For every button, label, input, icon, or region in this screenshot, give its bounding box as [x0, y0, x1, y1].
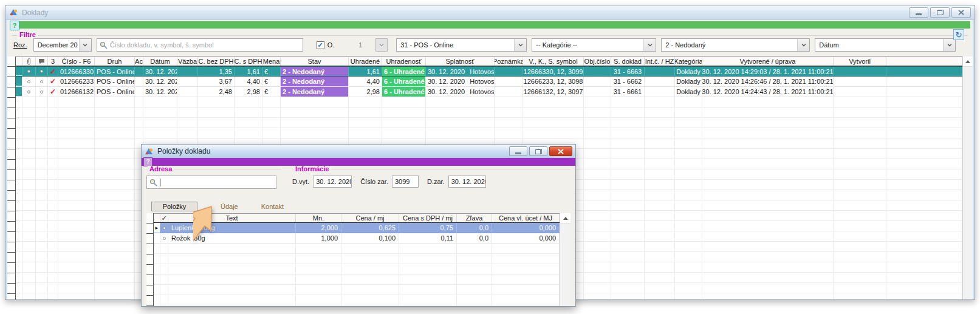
- scroll-up-button[interactable]: [963, 56, 973, 67]
- cell-int-c: [645, 87, 675, 97]
- cell-datum: 30. 12. 2020: [143, 77, 177, 86]
- close-button[interactable]: [951, 7, 971, 18]
- date-value: Dátum: [815, 41, 943, 49]
- cell-vazba: [177, 67, 198, 76]
- cell-s-doklad: 31 - 6661: [611, 87, 645, 97]
- header-cena-dph: Cena s DPH / mj: [399, 214, 457, 222]
- vertical-scrollbar[interactable]: [962, 56, 973, 299]
- header-c-bez-dph: C. bez DPH: [198, 57, 235, 66]
- table-row[interactable]: ✓ 012666330 POS - Online 30. 12. 2020 1,…: [16, 66, 962, 77]
- cell-mn: 1,000: [296, 233, 341, 243]
- header-check-icon: ✓: [160, 214, 168, 222]
- register-dropdown-button[interactable]: [514, 39, 526, 51]
- scroll-up-icon: [563, 217, 568, 220]
- cell-cislo: 012666233: [58, 77, 95, 86]
- attachment-cell: [22, 67, 36, 76]
- table-row[interactable]: ✓ 012666132 POS - Online 30. 12. 2020 2,…: [16, 87, 962, 97]
- count-field: 1: [350, 41, 371, 49]
- dialog-minimize-button[interactable]: [509, 146, 527, 156]
- date-combobox[interactable]: Dátum: [815, 38, 956, 52]
- search-input[interactable]: [110, 41, 300, 49]
- tab-kontakt[interactable]: Kontakt: [261, 203, 284, 210]
- cell-uhradene: 1,61: [349, 67, 382, 76]
- o-checkbox[interactable]: ✓: [317, 41, 324, 49]
- cell-cena: 0,100: [341, 233, 399, 243]
- chevron-down-icon: [648, 43, 653, 47]
- dialog-vertical-scrollbar[interactable]: [560, 213, 571, 306]
- adresa-group: Adresa: [146, 169, 281, 198]
- dialog-titlebar[interactable]: Položky dokladu: [142, 145, 575, 158]
- status-dropdown-button[interactable]: [797, 39, 809, 51]
- tab-polozky[interactable]: Položky: [151, 202, 197, 211]
- row-selector-gutter[interactable]: [7, 56, 16, 299]
- cell-druh: POS - Online: [95, 87, 135, 97]
- roz-link[interactable]: Roz.: [13, 41, 27, 49]
- header-druh: Druh: [95, 57, 135, 66]
- search-icon: [100, 41, 108, 49]
- cell-c-s-dph: 4,40: [235, 77, 262, 86]
- cell-c-bez-dph: 2,48: [198, 87, 235, 97]
- cell-uhradene: 2,98: [349, 87, 382, 97]
- cell-druh: POS - Online: [95, 67, 135, 76]
- d-vyt-field[interactable]: 30. 12. 2020: [313, 176, 352, 188]
- period-value: December 20: [34, 41, 79, 49]
- restore-button[interactable]: [930, 7, 950, 18]
- dot-icon: [40, 90, 43, 94]
- main-titlebar[interactable]: Doklady: [5, 5, 975, 20]
- dot-icon: [163, 227, 166, 230]
- dialog-accent-bar: ?: [142, 158, 575, 166]
- dialog-close-button[interactable]: [549, 146, 572, 156]
- document-search-box[interactable]: [97, 38, 303, 52]
- header-stav: Stav: [281, 57, 349, 66]
- cell-filler: [886, 87, 962, 97]
- cell-cislo: 012666330: [58, 67, 95, 76]
- cell-splatnost: 30. 12. 2020Hotovosť: [426, 87, 495, 97]
- minimize-button[interactable]: [909, 7, 928, 18]
- cell-vazba: [177, 87, 198, 97]
- row-pointer-cell: ►: [154, 223, 160, 233]
- cell-s-doklad: 31 - 6662: [611, 77, 645, 86]
- header-mn: Mn.: [296, 214, 341, 222]
- status-combobox[interactable]: 2 - Nedodaný: [661, 38, 810, 52]
- row-pointer-cell: [154, 233, 160, 243]
- refresh-button[interactable]: ↻: [953, 29, 964, 40]
- cislo-zar-field[interactable]: 3099: [392, 176, 419, 188]
- header-adresa: Ac: [135, 57, 143, 66]
- adresa-search-field[interactable]: [146, 176, 276, 189]
- table-row[interactable]: ✓ 012666233 POS - Online 30. 12. 2020 3,…: [16, 77, 962, 87]
- period-dropdown-button[interactable]: [79, 39, 91, 51]
- cell-mena: €: [262, 67, 281, 76]
- scroll-up-icon: [965, 60, 970, 63]
- attachment-icon: [22, 57, 36, 66]
- period-combobox[interactable]: December 20: [33, 38, 92, 52]
- cell-cena-dph: 0,75: [399, 223, 457, 233]
- cell-datum: 30. 12. 2020: [143, 67, 177, 76]
- item-dot-cell: [160, 223, 168, 233]
- documents-table-header[interactable]: 3 Číslo - F6 Druh Ac Dátum Väzba C. bez …: [16, 56, 962, 66]
- dialog-row-selector-gutter[interactable]: [146, 213, 154, 306]
- d-zar-field[interactable]: 30. 12. 2020: [448, 176, 486, 188]
- checked-cell: ✓: [48, 77, 58, 86]
- cell-zlava: 0,0: [457, 233, 492, 243]
- date-dropdown-button[interactable]: [943, 39, 955, 51]
- checked-cell: ✓: [48, 67, 58, 76]
- adresa-label: Adresa: [148, 166, 174, 172]
- dialog-help-button[interactable]: ?: [143, 157, 152, 166]
- header-c-s-dph: C. s DPH: [235, 57, 262, 66]
- category-combobox[interactable]: -- Kategórie --: [532, 38, 656, 52]
- header-indicator: [16, 57, 22, 66]
- register-combobox[interactable]: 31 - POS - Online: [396, 38, 527, 52]
- item-dot-cell: [160, 233, 168, 243]
- cell-adresa: [135, 87, 143, 97]
- cell-kategoria: Doklady: [675, 67, 702, 76]
- category-dropdown-button[interactable]: [643, 39, 656, 51]
- header-filler: [886, 57, 962, 66]
- help-button[interactable]: ?: [10, 21, 19, 30]
- dot-icon: [40, 70, 43, 73]
- header-cena: Cena / mj: [341, 214, 399, 222]
- scroll-up-button[interactable]: [560, 213, 571, 224]
- category-value: -- Kategórie --: [532, 41, 643, 49]
- o-checkbox-label: O.: [327, 41, 335, 49]
- dialog-restore-button[interactable]: [529, 146, 547, 156]
- window-title: Doklady: [22, 9, 909, 17]
